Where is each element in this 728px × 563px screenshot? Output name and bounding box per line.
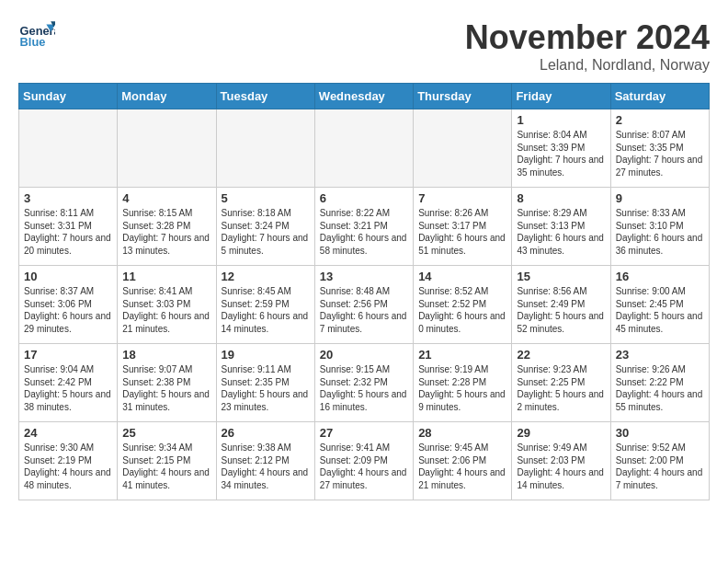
day-number: 25 <box>122 426 210 440</box>
calendar-cell: 11Sunrise: 8:41 AMSunset: 3:03 PMDayligh… <box>118 266 216 344</box>
header-day: Saturday <box>610 84 709 109</box>
day-number: 9 <box>616 191 704 205</box>
day-number: 26 <box>222 426 310 440</box>
day-number: 24 <box>24 426 112 440</box>
day-info: Sunrise: 9:26 AMSunset: 2:22 PMDaylight:… <box>616 363 704 413</box>
day-info: Sunrise: 8:15 AMSunset: 3:28 PMDaylight:… <box>122 207 210 257</box>
calendar-cell: 4Sunrise: 8:15 AMSunset: 3:28 PMDaylight… <box>118 188 216 266</box>
day-number: 11 <box>122 270 210 283</box>
day-number: 14 <box>418 270 506 283</box>
day-number: 28 <box>418 426 506 440</box>
day-number: 18 <box>122 348 210 362</box>
day-info: Sunrise: 8:41 AMSunset: 3:03 PMDaylight:… <box>122 285 210 335</box>
day-info: Sunrise: 8:37 AMSunset: 3:06 PMDaylight:… <box>24 285 112 335</box>
calendar-cell: 8Sunrise: 8:29 AMSunset: 3:13 PMDaylight… <box>512 188 610 266</box>
day-number: 15 <box>517 270 605 283</box>
day-number: 1 <box>517 113 605 127</box>
day-number: 7 <box>418 191 506 205</box>
calendar-week-row: 17Sunrise: 9:04 AMSunset: 2:42 PMDayligh… <box>19 344 710 422</box>
day-number: 21 <box>418 348 506 362</box>
calendar-cell: 9Sunrise: 8:33 AMSunset: 3:10 PMDaylight… <box>610 188 709 266</box>
day-number: 17 <box>24 348 112 362</box>
calendar-cell: 22Sunrise: 9:23 AMSunset: 2:25 PMDayligh… <box>512 344 610 422</box>
day-info: Sunrise: 9:45 AMSunset: 2:06 PMDaylight:… <box>418 442 506 491</box>
calendar-week-row: 1Sunrise: 8:04 AMSunset: 3:39 PMDaylight… <box>19 109 710 188</box>
logo: General Blue <box>18 18 55 55</box>
day-info: Sunrise: 9:41 AMSunset: 2:09 PMDaylight:… <box>320 442 408 491</box>
calendar-cell: 18Sunrise: 9:07 AMSunset: 2:38 PMDayligh… <box>118 344 216 422</box>
day-number: 4 <box>122 191 210 205</box>
day-number: 5 <box>222 191 310 205</box>
calendar-cell <box>118 109 216 188</box>
day-info: Sunrise: 8:56 AMSunset: 2:49 PMDaylight:… <box>517 285 605 335</box>
day-number: 3 <box>24 191 112 205</box>
calendar-cell: 19Sunrise: 9:11 AMSunset: 2:35 PMDayligh… <box>216 344 314 422</box>
day-info: Sunrise: 9:19 AMSunset: 2:28 PMDaylight:… <box>418 363 506 413</box>
day-info: Sunrise: 8:26 AMSunset: 3:17 PMDaylight:… <box>418 207 506 257</box>
calendar-cell: 27Sunrise: 9:41 AMSunset: 2:09 PMDayligh… <box>314 422 413 500</box>
calendar-cell <box>216 109 314 188</box>
day-number: 10 <box>24 270 112 283</box>
calendar-cell: 20Sunrise: 9:15 AMSunset: 2:32 PMDayligh… <box>314 344 413 422</box>
calendar-cell: 7Sunrise: 8:26 AMSunset: 3:17 PMDaylight… <box>414 188 512 266</box>
day-info: Sunrise: 8:18 AMSunset: 3:24 PMDaylight:… <box>222 207 310 257</box>
calendar-cell: 24Sunrise: 9:30 AMSunset: 2:19 PMDayligh… <box>19 422 118 500</box>
day-info: Sunrise: 8:04 AMSunset: 3:39 PMDaylight:… <box>517 129 605 178</box>
header: General Blue November 2024 Leland, Nordl… <box>18 18 710 74</box>
day-number: 20 <box>320 348 408 362</box>
day-number: 30 <box>616 426 704 440</box>
calendar-cell: 2Sunrise: 8:07 AMSunset: 3:35 PMDaylight… <box>610 109 709 188</box>
day-number: 12 <box>222 270 310 283</box>
day-info: Sunrise: 8:22 AMSunset: 3:21 PMDaylight:… <box>320 207 408 257</box>
day-info: Sunrise: 9:52 AMSunset: 2:00 PMDaylight:… <box>616 442 704 491</box>
calendar-cell: 29Sunrise: 9:49 AMSunset: 2:03 PMDayligh… <box>512 422 610 500</box>
day-info: Sunrise: 9:23 AMSunset: 2:25 PMDaylight:… <box>517 363 605 413</box>
day-info: Sunrise: 9:34 AMSunset: 2:15 PMDaylight:… <box>122 442 210 491</box>
calendar-title: November 2024 <box>465 18 710 57</box>
day-info: Sunrise: 9:15 AMSunset: 2:32 PMDaylight:… <box>320 363 408 413</box>
calendar-cell: 13Sunrise: 8:48 AMSunset: 2:56 PMDayligh… <box>314 266 413 344</box>
day-info: Sunrise: 8:52 AMSunset: 2:52 PMDaylight:… <box>418 285 506 335</box>
day-number: 22 <box>517 348 605 362</box>
day-number: 29 <box>517 426 605 440</box>
day-number: 27 <box>320 426 408 440</box>
calendar-cell: 23Sunrise: 9:26 AMSunset: 2:22 PMDayligh… <box>610 344 709 422</box>
day-info: Sunrise: 9:38 AMSunset: 2:12 PMDaylight:… <box>222 442 310 491</box>
calendar-cell: 30Sunrise: 9:52 AMSunset: 2:00 PMDayligh… <box>610 422 709 500</box>
header-day: Wednesday <box>314 84 413 109</box>
header-row: SundayMondayTuesdayWednesdayThursdayFrid… <box>19 84 710 109</box>
calendar-cell: 28Sunrise: 9:45 AMSunset: 2:06 PMDayligh… <box>414 422 512 500</box>
day-info: Sunrise: 8:11 AMSunset: 3:31 PMDaylight:… <box>24 207 112 257</box>
day-info: Sunrise: 8:29 AMSunset: 3:13 PMDaylight:… <box>517 207 605 257</box>
calendar-cell: 6Sunrise: 8:22 AMSunset: 3:21 PMDaylight… <box>314 188 413 266</box>
day-number: 2 <box>616 113 704 127</box>
header-day: Friday <box>512 84 610 109</box>
day-info: Sunrise: 8:45 AMSunset: 2:59 PMDaylight:… <box>222 285 310 335</box>
day-number: 13 <box>320 270 408 283</box>
calendar-cell <box>19 109 118 188</box>
day-info: Sunrise: 8:48 AMSunset: 2:56 PMDaylight:… <box>320 285 408 335</box>
calendar-table: SundayMondayTuesdayWednesdayThursdayFrid… <box>18 83 710 500</box>
calendar-cell: 14Sunrise: 8:52 AMSunset: 2:52 PMDayligh… <box>414 266 512 344</box>
day-info: Sunrise: 9:11 AMSunset: 2:35 PMDaylight:… <box>222 363 310 413</box>
day-info: Sunrise: 8:07 AMSunset: 3:35 PMDaylight:… <box>616 129 704 178</box>
title-area: November 2024 Leland, Nordland, Norway <box>465 18 710 74</box>
calendar-cell: 25Sunrise: 9:34 AMSunset: 2:15 PMDayligh… <box>118 422 216 500</box>
logo-icon: General Blue <box>18 18 55 55</box>
calendar-cell: 10Sunrise: 8:37 AMSunset: 3:06 PMDayligh… <box>19 266 118 344</box>
calendar-cell: 1Sunrise: 8:04 AMSunset: 3:39 PMDaylight… <box>512 109 610 188</box>
day-number: 19 <box>222 348 310 362</box>
calendar-cell: 12Sunrise: 8:45 AMSunset: 2:59 PMDayligh… <box>216 266 314 344</box>
calendar-cell: 16Sunrise: 9:00 AMSunset: 2:45 PMDayligh… <box>610 266 709 344</box>
day-number: 23 <box>616 348 704 362</box>
header-day: Sunday <box>19 84 118 109</box>
calendar-cell: 5Sunrise: 8:18 AMSunset: 3:24 PMDaylight… <box>216 188 314 266</box>
day-info: Sunrise: 9:30 AMSunset: 2:19 PMDaylight:… <box>24 442 112 491</box>
header-day: Tuesday <box>216 84 314 109</box>
day-number: 8 <box>517 191 605 205</box>
calendar-cell: 21Sunrise: 9:19 AMSunset: 2:28 PMDayligh… <box>414 344 512 422</box>
calendar-week-row: 24Sunrise: 9:30 AMSunset: 2:19 PMDayligh… <box>19 422 710 500</box>
day-info: Sunrise: 9:07 AMSunset: 2:38 PMDaylight:… <box>122 363 210 413</box>
calendar-cell: 3Sunrise: 8:11 AMSunset: 3:31 PMDaylight… <box>19 188 118 266</box>
calendar-cell: 26Sunrise: 9:38 AMSunset: 2:12 PMDayligh… <box>216 422 314 500</box>
